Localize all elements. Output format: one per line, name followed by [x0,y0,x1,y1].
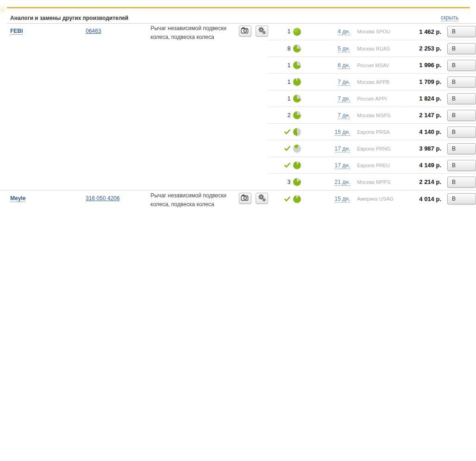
buy-button[interactable]: В [447,43,476,54]
warehouse-location: Москва RUAS [357,46,416,51]
stock-pie-icon [293,61,301,69]
price: 4 149 р. [416,162,441,169]
availability-count: 1 [288,95,291,102]
stock-pie-icon [293,178,301,186]
brand-link[interactable]: Meyle [10,195,25,202]
buy-button[interactable]: В [447,126,476,138]
price: 3 987 р. [416,145,441,152]
camera-icon [241,194,250,202]
stock-pie-icon [293,95,301,102]
section-header: Аналоги и замены других производителей с… [7,13,476,24]
price: 2 253 р. [416,45,441,52]
delivery-cell: 17 дн. [301,162,350,169]
warehouse-location: Москва SPOU [357,29,416,34]
availability-cell: 1 [268,61,301,69]
offers-list: 1 4 дн. Москва SPOU 1 462 р. В 8 [268,23,476,190]
stock-pie-icon [293,161,301,169]
delivery-cell: 5 дн. [301,45,350,52]
offer-row: 1 7 дн. Россия APPI 1 824 р. В [268,90,476,107]
offer-row: 8 5 дн. Москва RUAS 2 253 р. В [268,40,476,57]
warehouse-location: Москва APPB [357,79,416,85]
availability-cell: 1 [268,95,301,102]
offer-row: 3 21 дн. Москва MPPS 2 214 р. В [268,173,476,190]
delivery-days-link[interactable]: 7 дн. [338,112,350,119]
product-block: Meyle 316 050 4206 Рычаг независимой под… [0,190,476,207]
warehouse-location: Европа PRSA [357,129,416,135]
buy-button[interactable]: В [447,160,476,171]
availability-cell: 1 [268,78,301,86]
check-icon [284,146,290,151]
availability-cell [268,195,301,203]
offer-row: 15 дн. Америка USAG 4 014 р. В [268,190,476,207]
delivery-cell: 4 дн. [301,28,350,35]
delivery-cell: 15 дн. [301,129,350,135]
availability-cell: 2 [268,111,301,119]
gears-icon [258,26,266,36]
offer-row: 1 4 дн. Москва SPOU 1 462 р. В [268,23,476,40]
row-action-buttons [239,193,268,204]
options-button[interactable] [256,193,268,204]
availability-cell [268,161,301,169]
warehouse-location: Россия MSAV [357,63,416,68]
delivery-days-link[interactable]: 4 дн. [338,28,350,35]
buy-button[interactable]: В [447,93,476,104]
offer-row: 15 дн. Европа PRSA 4 140 р. В [268,123,476,140]
accent-divider [7,7,470,8]
availability-cell: 3 [268,178,301,186]
buy-button[interactable]: В [447,76,476,88]
row-action-buttons [239,25,268,37]
delivery-days-link[interactable]: 5 дн. [338,45,350,52]
part-number-link[interactable]: 06463 [86,28,101,34]
part-description: Рычаг независимой подвески колеса, подве… [150,24,233,42]
buy-button[interactable]: В [447,110,476,121]
buy-button[interactable]: В [447,193,476,204]
buy-button[interactable]: В [447,60,476,71]
stock-pie-icon [293,195,301,203]
stock-pie-icon [293,44,301,52]
part-description: Рычаг независимой подвески колеса, подве… [150,191,233,209]
stock-pie-icon [293,28,301,36]
availability-count: 2 [288,112,291,119]
buy-button[interactable]: В [447,143,476,154]
stock-pie-icon [293,78,301,86]
warehouse-location: Европа PRNG [357,146,416,152]
photo-button[interactable] [239,193,251,204]
availability-count: 1 [288,62,291,69]
price: 4 014 р. [416,196,441,202]
photo-button[interactable] [239,25,251,37]
warehouse-location: Европа PREU [357,163,416,168]
delivery-days-link[interactable]: 7 дн. [338,79,350,86]
stock-pie-icon [293,145,301,152]
availability-cell: 8 [268,44,301,52]
price: 4 140 р. [416,128,441,135]
hide-section-link[interactable]: скрыть [441,14,458,21]
options-button[interactable] [256,25,268,37]
part-number-link[interactable]: 316 050 4206 [86,195,119,202]
check-icon [284,129,290,134]
gears-icon [258,194,266,203]
buy-button[interactable]: В [447,177,476,188]
product-info: Meyle 316 050 4206 Рычаг независимой под… [0,190,268,207]
delivery-cell: 7 дн. [301,95,350,102]
delivery-days-link[interactable]: 7 дн. [338,95,350,102]
availability-count: 1 [288,28,291,35]
delivery-days-link[interactable]: 6 дн. [338,62,350,69]
brand-link[interactable]: FEBI [10,28,23,35]
delivery-days-link[interactable]: 17 дн. [335,145,351,152]
check-icon [284,196,290,202]
stock-pie-icon [293,128,301,136]
price: 1 824 р. [416,95,441,102]
offer-row: 17 дн. Европа PREU 4 149 р. В [268,157,476,173]
availability-count: 3 [288,179,291,185]
delivery-cell: 21 дн. [301,179,350,185]
price: 2 147 р. [416,112,441,119]
price: 1 996 р. [416,62,441,69]
price: 1 709 р. [416,78,441,85]
check-icon [284,163,290,168]
offer-row: 17 дн. Европа PRNG 3 987 р. В [268,140,476,157]
delivery-days-link[interactable]: 15 дн. [335,129,351,136]
delivery-days-link[interactable]: 15 дн. [335,196,351,202]
delivery-days-link[interactable]: 21 дн. [335,179,351,186]
delivery-days-link[interactable]: 17 дн. [335,162,351,169]
buy-button[interactable]: В [447,26,476,37]
